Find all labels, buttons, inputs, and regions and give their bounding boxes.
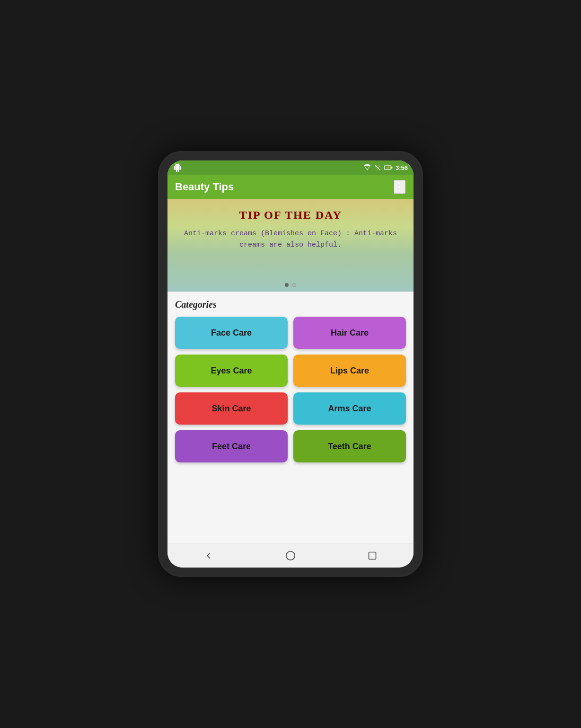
- categories-section: Categories Face CareHair CareEyes CareLi…: [167, 292, 414, 543]
- device-screen: ⚡ 3:56 Beauty Tips ⋮ TIP OF THE DAY Anti…: [167, 160, 414, 568]
- status-time: 3:56: [396, 164, 408, 171]
- feet-care-button[interactable]: Feet Care: [175, 430, 288, 462]
- signal-icon: [374, 164, 381, 171]
- tip-banner: TIP OF THE DAY Anti-marks creams (Blemis…: [167, 199, 414, 292]
- svg-text:⚡: ⚡: [387, 166, 390, 169]
- home-icon: [285, 550, 296, 561]
- back-button[interactable]: [199, 546, 218, 565]
- recents-icon: [368, 551, 377, 560]
- arms-care-button[interactable]: Arms Care: [293, 392, 406, 425]
- teeth-care-button[interactable]: Teeth Care: [293, 430, 406, 462]
- svg-point-0: [367, 169, 368, 170]
- hair-care-button[interactable]: Hair Care: [293, 317, 406, 349]
- app-title: Beauty Tips: [175, 181, 234, 193]
- categories-title: Categories: [175, 299, 406, 310]
- home-button[interactable]: [281, 546, 300, 565]
- recents-button[interactable]: [363, 546, 382, 565]
- dot-2: [292, 283, 296, 287]
- device-frame: ⚡ 3:56 Beauty Tips ⋮ TIP OF THE DAY Anti…: [158, 151, 423, 577]
- status-right: ⚡ 3:56: [363, 164, 408, 171]
- svg-rect-7: [369, 552, 376, 559]
- svg-rect-4: [391, 167, 392, 169]
- face-care-button[interactable]: Face Care: [175, 317, 288, 349]
- dot-1: [285, 283, 289, 287]
- eyes-care-button[interactable]: Eyes Care: [175, 355, 288, 387]
- wifi-icon: [363, 164, 371, 171]
- app-bar: Beauty Tips ⋮: [167, 175, 414, 199]
- banner-dots: [285, 283, 296, 287]
- battery-icon: ⚡: [384, 164, 393, 171]
- tip-text: Anti-marks creams (Blemishes on Face) : …: [179, 228, 402, 251]
- lips-care-button[interactable]: Lips Care: [293, 355, 406, 387]
- skin-care-button[interactable]: Skin Care: [175, 392, 288, 425]
- svg-point-6: [286, 551, 295, 559]
- bottom-nav: [167, 543, 414, 568]
- status-left: [173, 163, 182, 172]
- status-bar: ⚡ 3:56: [167, 160, 414, 175]
- menu-button[interactable]: ⋮: [393, 180, 406, 194]
- categories-grid: Face CareHair CareEyes CareLips CareSkin…: [175, 317, 406, 462]
- back-icon: [203, 550, 214, 561]
- android-icon: [173, 163, 182, 172]
- tip-title: TIP OF THE DAY: [239, 209, 342, 222]
